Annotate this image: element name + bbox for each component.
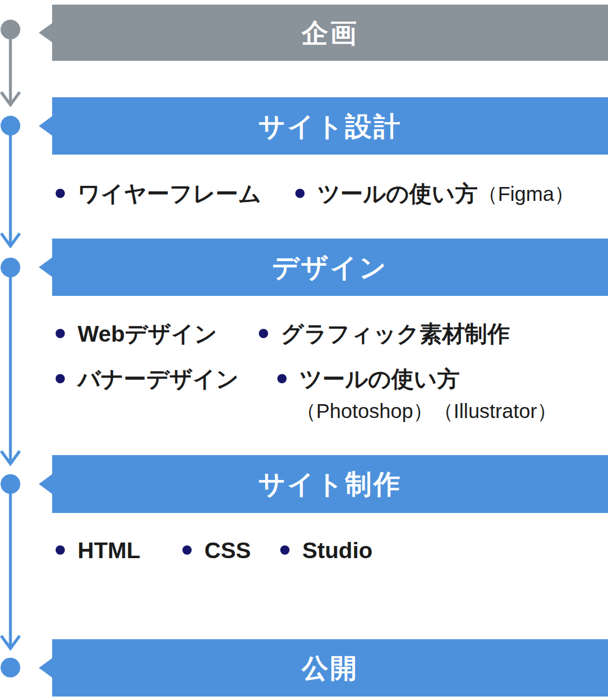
- list-item: ワイヤーフレーム: [56, 178, 261, 208]
- bullet-icon: [277, 374, 287, 383]
- design-list-row-1: Webデザイン グラフィック素材制作: [0, 318, 608, 349]
- bullet-icon: [280, 545, 290, 555]
- list-item: HTML: [56, 535, 140, 565]
- list-item-label: Studio: [302, 539, 372, 562]
- banner-title: 公開: [302, 655, 358, 681]
- list-item: ツールの使い方 （Figma）: [295, 178, 574, 208]
- list-item-label: ワイヤーフレーム: [78, 182, 261, 205]
- list-item: Studio: [280, 535, 372, 565]
- arrow-down-icon: [0, 486, 21, 651]
- bullet-icon: [56, 329, 65, 338]
- banner-planning: 企画: [39, 5, 608, 61]
- list-item-label: ツールの使い方: [299, 368, 460, 390]
- list-item: Webデザイン: [56, 318, 217, 349]
- list-item: ツールの使い方: [277, 364, 460, 394]
- list-item-label: HTML: [78, 539, 140, 562]
- timeline-dot-publish: [1, 658, 20, 677]
- bullet-icon: [56, 374, 65, 383]
- bullet-icon: [56, 545, 65, 555]
- design-list-row-2: バナーデザイン ツールの使い方: [0, 364, 608, 394]
- list-item: グラフィック素材制作: [259, 318, 510, 349]
- site-design-list: ワイヤーフレーム ツールの使い方 （Figma）: [0, 178, 608, 208]
- banner-title: 企画: [302, 20, 358, 46]
- list-item-label: CSS: [204, 539, 251, 562]
- banner-site-design: サイト設計: [39, 97, 608, 155]
- workflow-diagram: 企画 サイト設計 デザイン サイト制作 公開 ワイヤーフレーム ツールの使い方 …: [0, 0, 608, 700]
- banner-design: デザイン: [39, 239, 608, 296]
- banner-publish: 公開: [39, 639, 608, 697]
- list-item-label: ツールの使い方: [317, 182, 478, 205]
- banner-build: サイト制作: [39, 455, 608, 513]
- bullet-icon: [295, 189, 305, 198]
- bullet-icon: [56, 189, 65, 198]
- bullet-icon: [259, 329, 268, 338]
- list-item-label: グラフィック素材制作: [281, 322, 510, 345]
- list-item-label: バナーデザイン: [78, 368, 239, 390]
- design-tools-note: （Photoshop）（Illustrator）: [296, 397, 557, 425]
- arrow-down-icon: [0, 32, 21, 107]
- banner-title: サイト設計: [258, 113, 402, 140]
- list-item: バナーデザイン: [56, 364, 239, 394]
- bullet-icon: [182, 545, 192, 555]
- banner-title: サイト制作: [258, 471, 402, 497]
- banner-title: デザイン: [272, 254, 388, 281]
- build-list: HTML CSS Studio: [0, 535, 608, 565]
- list-item: CSS: [182, 535, 251, 565]
- list-item-suffix: （Figma）: [478, 184, 574, 204]
- list-item-label: Webデザイン: [78, 322, 217, 345]
